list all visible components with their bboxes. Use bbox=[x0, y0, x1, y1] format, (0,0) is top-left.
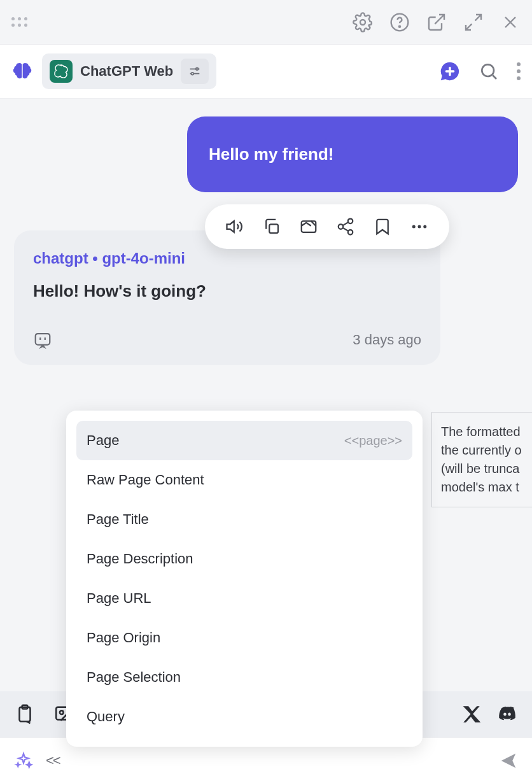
help-icon[interactable] bbox=[389, 12, 410, 32]
bookmark-icon[interactable] bbox=[373, 217, 392, 236]
more-icon[interactable] bbox=[410, 217, 429, 236]
assistant-message-card: chatgpt • gpt-4o-mini Hello! How's it go… bbox=[14, 230, 440, 365]
window-titlebar bbox=[0, 0, 532, 45]
svg-point-0 bbox=[360, 20, 365, 25]
dropdown-item-label: Page Title bbox=[87, 511, 149, 528]
sparkles-icon[interactable] bbox=[14, 751, 33, 770]
chatgpt-logo-icon bbox=[50, 60, 73, 83]
dropdown-item-query[interactable]: Query bbox=[76, 697, 412, 737]
dropdown-item-label: Page Origin bbox=[87, 630, 160, 646]
dropdown-item-label: Page URL bbox=[87, 590, 151, 607]
share-icon[interactable] bbox=[336, 217, 355, 236]
x-logo-icon[interactable] bbox=[461, 703, 482, 725]
svg-point-2 bbox=[399, 25, 400, 27]
variable-tooltip: The formatted the currently o (will be t… bbox=[431, 412, 532, 507]
dropdown-item-label: Page bbox=[87, 432, 119, 449]
svg-point-10 bbox=[418, 225, 421, 229]
dropdown-item-label: Query bbox=[87, 709, 125, 725]
svg-point-11 bbox=[423, 225, 426, 229]
model-settings-button[interactable] bbox=[181, 59, 209, 84]
svg-point-9 bbox=[412, 225, 416, 229]
dropdown-item-raw-page-content[interactable]: Raw Page Content bbox=[76, 460, 412, 500]
clipboard-icon[interactable] bbox=[14, 703, 36, 725]
dropdown-item-label: Raw Page Content bbox=[87, 472, 204, 488]
search-icon[interactable] bbox=[479, 61, 499, 81]
insert-variable-button[interactable]: << bbox=[46, 752, 60, 769]
svg-rect-12 bbox=[36, 334, 50, 345]
copy-icon[interactable] bbox=[262, 217, 281, 236]
model-name-label: ChatGPT Web bbox=[80, 63, 173, 80]
dropdown-item-label: Page Description bbox=[87, 551, 193, 567]
close-icon[interactable] bbox=[500, 12, 521, 32]
dropdown-item-page-title[interactable]: Page Title bbox=[76, 500, 412, 539]
assistant-meta-label: chatgpt • gpt-4o-mini bbox=[33, 250, 421, 267]
tooltip-line: The formatted bbox=[441, 423, 524, 441]
gear-icon[interactable] bbox=[353, 12, 373, 32]
svg-point-7 bbox=[339, 224, 344, 229]
external-link-icon[interactable] bbox=[426, 12, 447, 32]
svg-point-8 bbox=[348, 230, 353, 235]
message-action-toolbar bbox=[205, 204, 449, 249]
brain-icon[interactable] bbox=[11, 60, 33, 82]
maximize-icon[interactable] bbox=[463, 12, 484, 32]
speak-icon[interactable] bbox=[225, 217, 244, 236]
dropdown-item-page-selection[interactable]: Page Selection bbox=[76, 658, 412, 697]
dropdown-item-page[interactable]: Page <<page>> bbox=[76, 421, 412, 460]
tooltip-line: model's max t bbox=[441, 478, 524, 497]
send-icon[interactable] bbox=[499, 751, 518, 770]
model-bar: ChatGPT Web bbox=[0, 45, 532, 99]
quote-icon[interactable] bbox=[33, 330, 52, 349]
drag-dots-icon bbox=[11, 17, 28, 27]
new-chat-icon[interactable] bbox=[439, 60, 461, 82]
dropdown-item-token: <<page>> bbox=[344, 434, 402, 448]
svg-rect-4 bbox=[269, 224, 278, 233]
tooltip-line: the currently o bbox=[441, 441, 524, 460]
tooltip-line: (will be trunca bbox=[441, 460, 524, 478]
svg-point-6 bbox=[348, 219, 353, 224]
dropdown-item-label: Page Selection bbox=[87, 669, 181, 686]
user-message-text: Hello my friend! bbox=[209, 145, 333, 164]
user-message-bubble: Hello my friend! bbox=[187, 116, 518, 192]
drag-handle[interactable] bbox=[11, 17, 28, 27]
svg-point-16 bbox=[60, 710, 64, 714]
discord-logo-icon[interactable] bbox=[496, 703, 518, 725]
svg-point-3 bbox=[482, 64, 494, 76]
dropdown-item-page-origin[interactable]: Page Origin bbox=[76, 618, 412, 658]
dropdown-item-page-description[interactable]: Page Description bbox=[76, 539, 412, 579]
model-selector[interactable]: ChatGPT Web bbox=[42, 53, 216, 89]
screenshot-icon[interactable] bbox=[299, 217, 318, 236]
dropdown-item-page-url[interactable]: Page URL bbox=[76, 579, 412, 618]
assistant-message-text: Hello! How's it going? bbox=[33, 281, 421, 301]
chat-area: Hello my friend! chatgpt • gpt-4o-mini H… bbox=[0, 99, 532, 675]
more-menu-button[interactable] bbox=[517, 62, 521, 80]
message-timestamp: 3 days ago bbox=[353, 332, 421, 348]
variable-dropdown: Page <<page>> Raw Page Content Page Titl… bbox=[66, 411, 423, 747]
